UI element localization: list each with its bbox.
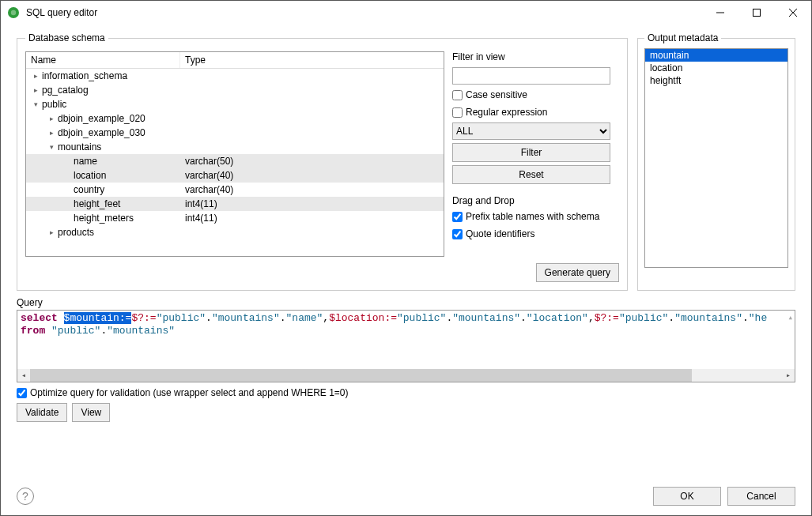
tree-row[interactable]: ▸countryvarchar(40): [26, 183, 444, 197]
help-icon[interactable]: ?: [17, 488, 34, 505]
schema-tree[interactable]: Name Type ▸information_schema▸pg_catalog…: [25, 51, 444, 257]
query-line-2[interactable]: from "public"."mountains": [21, 325, 791, 337]
reset-button[interactable]: Reset: [452, 165, 610, 184]
tree-node-type: int4(11): [180, 198, 444, 209]
scroll-left-icon[interactable]: ◂: [17, 369, 30, 382]
scrollbar-track[interactable]: [30, 369, 782, 382]
tree-node-label: dbjoin_example_030: [58, 127, 145, 138]
filter-button[interactable]: Filter: [452, 143, 610, 162]
chevron-right-icon[interactable]: ▸: [47, 128, 56, 137]
generate-query-button[interactable]: Generate query: [536, 263, 619, 282]
scroll-up-icon[interactable]: ▴: [787, 312, 793, 322]
filter-input[interactable]: [452, 67, 610, 85]
tree-node-label: information_schema: [42, 70, 127, 81]
query-token: .: [742, 312, 749, 324]
tree-row[interactable]: ▸height_feetint4(11): [26, 197, 444, 211]
chevron-right-icon[interactable]: ▸: [31, 85, 40, 95]
query-token: .: [520, 312, 527, 324]
output-item[interactable]: heightft: [645, 74, 787, 87]
chevron-right-icon[interactable]: ▸: [47, 114, 56, 123]
tree-row[interactable]: ▸dbjoin_example_030: [26, 126, 444, 140]
optimize-row[interactable]: Optimize query for validation (use wrapp…: [17, 387, 795, 398]
chevron-down-icon[interactable]: ▾: [47, 142, 56, 152]
query-token: "he: [749, 312, 767, 324]
regex-row[interactable]: Regular expression: [452, 105, 610, 119]
scroll-right-icon[interactable]: ▸: [782, 369, 795, 382]
query-token: "name": [286, 312, 323, 324]
tree-row[interactable]: ▸information_schema: [26, 69, 444, 83]
chevron-right-icon[interactable]: ▸: [47, 228, 56, 237]
query-token: "public": [619, 312, 668, 324]
tree-node-type: varchar(50): [180, 156, 444, 167]
case-sensitive-row[interactable]: Case sensitive: [452, 88, 610, 102]
regex-checkbox[interactable]: [452, 107, 463, 118]
query-token: .: [206, 312, 212, 324]
close-button[interactable]: [775, 1, 811, 24]
prefix-checkbox[interactable]: [452, 212, 463, 222]
case-sensitive-label: Case sensitive: [466, 89, 527, 100]
tree-node-label: mountains: [58, 141, 101, 153]
prefix-label: Prefix table names with schema: [466, 211, 599, 222]
prefix-row[interactable]: Prefix table names with schema: [452, 209, 610, 224]
tree-row[interactable]: ▸pg_catalog: [26, 83, 444, 97]
optimize-checkbox[interactable]: [17, 388, 27, 398]
output-metadata-group: Output metadata mountainlocationheightft: [637, 32, 795, 291]
ok-button[interactable]: OK: [653, 487, 721, 506]
minimize-button[interactable]: [702, 1, 738, 24]
output-list[interactable]: mountainlocationheightft: [644, 48, 788, 268]
optimize-label: Optimize query for validation (use wrapp…: [30, 387, 349, 398]
query-token: "mountains": [212, 312, 280, 324]
tree-header: Name Type: [26, 52, 444, 69]
quote-checkbox[interactable]: [452, 229, 463, 239]
output-item[interactable]: mountain: [645, 49, 787, 62]
view-button[interactable]: View: [72, 403, 110, 422]
chevron-down-icon[interactable]: ▾: [31, 100, 40, 109]
output-legend: Output metadata: [644, 32, 721, 43]
filter-mode-select[interactable]: ALL: [452, 122, 610, 140]
tree-row[interactable]: ▸namevarchar(50): [26, 154, 444, 168]
tree-node-type: varchar(40): [180, 184, 444, 195]
query-token: .: [280, 312, 286, 324]
query-token: from: [21, 325, 51, 337]
tree-node-type: varchar(40): [180, 170, 444, 181]
query-token: "mountains": [674, 312, 742, 324]
query-token: ,: [588, 312, 595, 324]
output-item[interactable]: location: [645, 62, 787, 74]
tree-node-label: name: [74, 156, 97, 167]
tree-row[interactable]: ▸height_metersint4(11): [26, 211, 444, 225]
validate-button[interactable]: Validate: [17, 403, 67, 422]
query-token: $?: [595, 312, 607, 324]
drag-drop-label: Drag and Drop: [452, 195, 610, 206]
query-token: :=: [606, 312, 619, 324]
tree-row[interactable]: ▸locationvarchar(40): [26, 168, 444, 183]
tree-row[interactable]: ▸products: [26, 225, 444, 239]
chevron-right-icon[interactable]: ▸: [31, 71, 40, 81]
query-token: "public": [157, 312, 206, 324]
query-token: .: [668, 312, 674, 324]
maximize-button[interactable]: [738, 1, 775, 24]
window-title: SQL query editor: [26, 7, 702, 18]
case-sensitive-checkbox[interactable]: [452, 90, 463, 100]
tree-row[interactable]: ▾mountains: [26, 140, 444, 154]
query-editor[interactable]: select $mountain:=$?:="public"."mountain…: [17, 310, 795, 382]
col-header-name[interactable]: Name: [26, 52, 180, 68]
app-icon: [7, 6, 20, 19]
horizontal-scrollbar[interactable]: ◂ ▸: [17, 369, 795, 382]
query-token: "public": [51, 325, 100, 337]
query-token: :=: [144, 312, 157, 324]
tree-node-label: products: [58, 227, 94, 238]
scrollbar-thumb[interactable]: [30, 369, 692, 382]
database-schema-group: Database schema Name Type ▸information_s…: [17, 32, 628, 291]
col-header-type[interactable]: Type: [180, 52, 444, 68]
tree-row[interactable]: ▸dbjoin_example_020: [26, 111, 444, 126]
window-controls: [702, 1, 811, 24]
tree-node-label: country: [74, 184, 104, 195]
query-line-1[interactable]: select $mountain:=$?:="public"."mountain…: [21, 312, 791, 325]
tree-row[interactable]: ▾public: [26, 97, 444, 111]
quote-row[interactable]: Quote identifiers: [452, 227, 610, 241]
tree-node-label: height_meters: [74, 213, 134, 224]
tree-node-label: dbjoin_example_020: [58, 113, 145, 124]
svg-rect-3: [753, 9, 761, 17]
tree-node-label: location: [74, 170, 106, 181]
cancel-button[interactable]: Cancel: [727, 487, 795, 506]
